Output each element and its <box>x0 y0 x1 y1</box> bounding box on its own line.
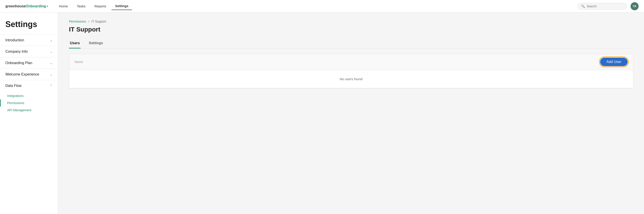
avatar[interactable]: YA <box>630 2 639 10</box>
tab-users[interactable]: Users <box>69 38 80 48</box>
brand-logo[interactable]: greenhouse Onboarding ▾ <box>5 4 48 8</box>
sidebar-section-introduction: Introduction ⌄ <box>0 34 58 46</box>
page-title: IT Support <box>69 26 633 33</box>
nav-reports[interactable]: Reports <box>91 2 110 10</box>
sidebar-section-header-onboarding-plan[interactable]: Onboarding Plan ⌄ <box>0 57 58 69</box>
search-box[interactable]: 🔍 <box>578 3 627 10</box>
users-table: Name Add User No users found <box>69 54 633 89</box>
layout: Settings Introduction ⌄ Company Info ⌄ O… <box>0 12 644 214</box>
sidebar-section-header-data-flow[interactable]: Data Flow ⌃ <box>0 80 58 91</box>
breadcrumb-separator: > <box>88 20 90 23</box>
breadcrumb: Permissions > IT Support <box>69 20 633 23</box>
sidebar-item-integrations[interactable]: Integrations <box>0 92 58 100</box>
chevron-up-icon: ⌃ <box>50 84 52 88</box>
table-empty-message: No users found <box>69 70 633 88</box>
main-content: Permissions > IT Support IT Support User… <box>58 12 644 214</box>
sidebar-section-header-welcome-experience[interactable]: Welcome Experience ⌄ <box>0 69 58 80</box>
chevron-down-icon: ⌄ <box>50 38 52 42</box>
breadcrumb-permissions-link[interactable]: Permissions <box>69 20 86 23</box>
table-column-name: Name <box>74 60 83 64</box>
sidebar-section-label-company-info: Company Info <box>5 50 28 54</box>
chevron-down-icon-4: ⌄ <box>50 73 52 76</box>
sidebar-sub-items-data-flow: Integrations Permissions API Management <box>0 91 58 115</box>
sidebar-item-permissions[interactable]: Permissions <box>0 100 58 107</box>
search-input[interactable] <box>587 4 624 8</box>
nav-tasks[interactable]: Tasks <box>73 2 89 10</box>
sidebar-section-data-flow: Data Flow ⌃ Integrations Permissions API… <box>0 80 58 115</box>
tab-settings[interactable]: Settings <box>88 38 104 48</box>
sidebar-item-api-management[interactable]: API Management <box>0 107 58 114</box>
topnav-right: 🔍 YA <box>578 2 639 10</box>
brand-chevron-icon: ▾ <box>47 5 48 8</box>
nav-settings[interactable]: Settings <box>112 2 132 10</box>
table-header: Name Add User <box>69 54 633 70</box>
sidebar-section-label-onboarding-plan: Onboarding Plan <box>5 61 32 65</box>
add-user-button[interactable]: Add User <box>600 58 628 66</box>
tabs: Users Settings <box>69 38 633 48</box>
brand-greenhouse-text: greenhouse <box>5 4 26 8</box>
sidebar-section-company-info: Company Info ⌄ <box>0 46 58 57</box>
sidebar-section-label-data-flow: Data Flow <box>5 84 22 88</box>
sidebar-section-header-introduction[interactable]: Introduction ⌄ <box>0 35 58 46</box>
breadcrumb-current: IT Support <box>91 20 106 23</box>
chevron-down-icon-3: ⌄ <box>50 61 52 65</box>
search-icon: 🔍 <box>581 4 585 8</box>
sidebar-section-label-welcome-experience: Welcome Experience <box>5 72 39 76</box>
sidebar-section-welcome-experience: Welcome Experience ⌄ <box>0 69 58 80</box>
brand-onboarding-text: Onboarding <box>26 4 46 8</box>
sidebar-section-onboarding-plan: Onboarding Plan ⌄ <box>0 57 58 69</box>
sidebar-section-label-introduction: Introduction <box>5 38 24 42</box>
sidebar-section-header-company-info[interactable]: Company Info ⌄ <box>0 46 58 57</box>
chevron-down-icon-2: ⌄ <box>50 50 52 53</box>
top-navigation: greenhouse Onboarding ▾ Home Tasks Repor… <box>0 0 644 12</box>
sidebar-title: Settings <box>0 18 58 34</box>
sidebar: Settings Introduction ⌄ Company Info ⌄ O… <box>0 12 58 214</box>
nav-links: Home Tasks Reports Settings <box>55 2 578 10</box>
nav-home[interactable]: Home <box>55 2 72 10</box>
